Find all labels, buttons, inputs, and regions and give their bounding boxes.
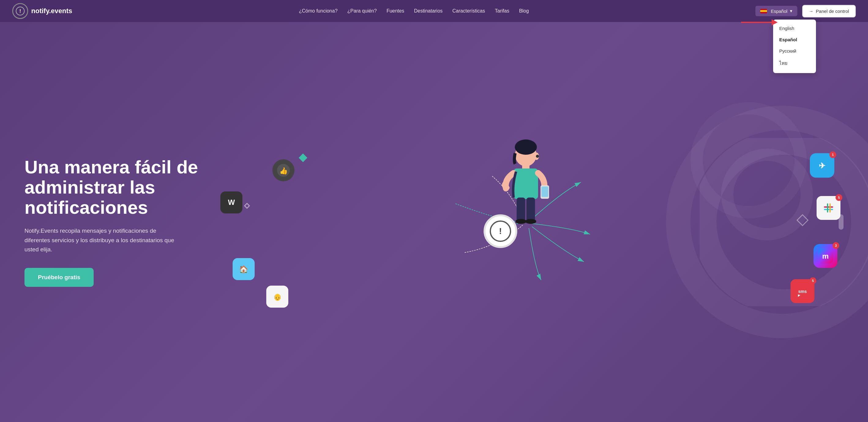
hero-title: Una manera fácil de administrar las noti… xyxy=(25,157,208,218)
thumbsup-icon: 👍 xyxy=(272,159,294,181)
lang-option-espanol[interactable]: Español xyxy=(773,34,816,45)
svg-text:✈: ✈ xyxy=(819,161,826,170)
bg-circle-medium xyxy=(721,149,813,240)
svg-point-37 xyxy=(727,155,807,234)
logo-link[interactable]: ! notify.events xyxy=(12,3,72,19)
nav-blog[interactable]: Blog xyxy=(519,8,529,13)
language-button[interactable]: Español ▾ xyxy=(755,6,797,16)
svg-text:👍: 👍 xyxy=(279,167,288,175)
svg-rect-30 xyxy=(827,203,828,213)
slack-badge: 5 xyxy=(836,194,842,201)
lang-button-label: Español xyxy=(771,8,787,14)
messenger-badge: 3 xyxy=(833,242,839,249)
messenger-icon: m 3 xyxy=(813,244,837,268)
nav-right: Español ▾ → Panel de control xyxy=(755,5,856,18)
svg-rect-13 xyxy=(517,198,525,222)
svg-text:W: W xyxy=(228,198,235,206)
hero-description: Notify.Events recopila mensajes y notifi… xyxy=(25,226,178,254)
svg-point-8 xyxy=(536,155,539,158)
svg-point-15 xyxy=(516,219,526,224)
svg-rect-12 xyxy=(541,187,548,197)
sms-icon: sms 5 xyxy=(790,279,814,303)
svg-point-16 xyxy=(525,219,536,224)
chevron-down-icon: ▾ xyxy=(790,8,793,14)
hero-section: Una manera fácil de administrar las noti… xyxy=(0,22,868,422)
svg-text:m: m xyxy=(822,252,829,260)
diamond-teal-icon xyxy=(299,154,307,162)
lang-option-english[interactable]: English xyxy=(773,23,816,34)
svg-rect-29 xyxy=(824,209,833,210)
nav-para-quien[interactable]: ¿Para quién? xyxy=(347,8,377,13)
center-notification-bubble: ! xyxy=(484,214,517,248)
nav-como-funciona[interactable]: ¿Cómo funciona? xyxy=(299,8,338,13)
telegram-badge: 1 xyxy=(830,151,836,158)
slack-icon: 5 xyxy=(816,196,840,220)
wordpress-icon: W xyxy=(220,191,242,214)
jenkins-icon: 👴 xyxy=(266,286,288,307)
nav-fuentes[interactable]: Fuentes xyxy=(386,8,404,13)
hero-content: Una manera fácil de administrar las noti… xyxy=(25,157,208,287)
cta-button[interactable]: Pruébelo gratis xyxy=(25,268,94,287)
nav-tarifas[interactable]: Tarifas xyxy=(495,8,509,13)
svg-text:🏠: 🏠 xyxy=(239,265,248,274)
svg-rect-10 xyxy=(514,168,538,199)
navigation: ! notify.events ¿Cómo funciona? ¿Para qu… xyxy=(0,0,868,22)
diamond-small-icon xyxy=(244,203,250,209)
logo-text: notify.events xyxy=(31,7,72,15)
smarthome-icon: 🏠 xyxy=(232,258,255,280)
notification-icon: ! xyxy=(490,221,511,242)
svg-marker-3 xyxy=(772,19,778,25)
nav-caracteristicas[interactable]: Características xyxy=(452,8,485,13)
nav-links: ¿Cómo funciona? ¿Para quién? Fuentes Des… xyxy=(299,8,529,14)
svg-rect-27 xyxy=(821,200,836,216)
control-button-label: Panel de control xyxy=(816,8,849,14)
arrow-right-icon: → xyxy=(809,8,813,14)
svg-text:👴: 👴 xyxy=(273,293,282,301)
logo-icon: ! xyxy=(12,3,28,19)
svg-rect-31 xyxy=(830,203,831,213)
language-dropdown: English Español Русский ไทย xyxy=(773,20,816,73)
red-arrow-indicator xyxy=(741,18,778,27)
sms-badge: 5 xyxy=(810,278,816,284)
svg-text:sms: sms xyxy=(798,289,807,294)
telegram-icon: ✈ 1 xyxy=(810,153,834,178)
svg-point-6 xyxy=(515,139,537,155)
nav-destinatarios[interactable]: Destinatarios xyxy=(414,8,442,13)
lang-option-russian[interactable]: Русский xyxy=(773,45,816,57)
svg-rect-28 xyxy=(824,206,833,208)
flag-icon xyxy=(760,9,767,13)
hero-illustration: ! W 🏠 👍 👴 ✈ 1 xyxy=(208,130,843,314)
svg-rect-14 xyxy=(526,198,535,222)
lang-option-thai[interactable]: ไทย xyxy=(773,57,816,70)
svg-text:!: ! xyxy=(19,8,21,14)
control-panel-button[interactable]: → Panel de control xyxy=(802,5,856,18)
